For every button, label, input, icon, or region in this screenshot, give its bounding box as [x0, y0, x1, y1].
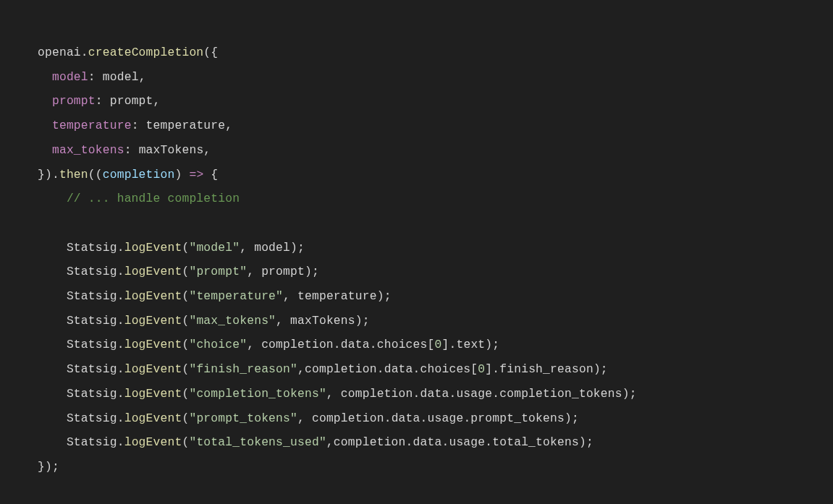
code-token-key: =>	[189, 168, 203, 181]
code-token-obj: prompt	[261, 265, 305, 278]
code-token-obj: Statsig	[67, 362, 117, 376]
code-token-string: "prompt_tokens"	[189, 411, 297, 425]
code-token-punct: );	[290, 241, 305, 255]
code-token-string: "total_tokens_used"	[189, 435, 326, 449]
code-line: Statsig.logEvent("choice", completion.da…	[38, 338, 499, 351]
code-token-punct: (	[182, 435, 189, 449]
code-token-punct: .	[117, 241, 124, 255]
code-token-string: "finish_reason"	[189, 362, 297, 376]
code-token-obj: completion	[305, 362, 377, 376]
code-token-obj: completion	[312, 411, 384, 425]
code-token-obj: usage	[428, 411, 464, 425]
code-token-func: createCompletion	[88, 46, 204, 59]
code-line: });	[38, 460, 59, 474]
code-token-obj: Statsig	[67, 338, 117, 351]
code-token-punct: .	[441, 435, 449, 449]
code-line: openai.createCompletion({	[38, 46, 218, 59]
code-token-punct: ,	[225, 119, 232, 132]
code-token-punct: (	[182, 314, 189, 328]
code-token-punct: .	[81, 46, 88, 59]
code-token-obj: maxTokens	[290, 314, 355, 328]
code-line: Statsig.logEvent("prompt_tokens", comple…	[38, 411, 579, 425]
code-token-punct: ,	[139, 70, 146, 84]
code-token-punct: });	[38, 460, 59, 474]
code-token-punct: ,	[326, 387, 341, 401]
code-token-obj: usage	[456, 387, 492, 401]
code-token-obj: completion_tokens	[499, 387, 622, 401]
code-token-obj: completion	[341, 387, 413, 401]
code-token-punct: .	[334, 338, 341, 351]
code-token-punct: );	[579, 435, 593, 449]
code-token-punct: .	[117, 387, 124, 401]
code-token-punct: :	[132, 119, 146, 132]
code-token-func: logEvent	[124, 362, 182, 376]
code-token-punct: ,	[283, 289, 297, 303]
code-token-obj: model	[254, 241, 290, 255]
code-token-key: prompt	[52, 94, 96, 108]
code-token-string: "temperature"	[189, 289, 283, 303]
code-token-punct: (	[182, 241, 189, 255]
code-token-obj: usage	[449, 435, 485, 449]
code-token-obj: Statsig	[67, 387, 117, 401]
code-token-punct: (	[182, 289, 189, 303]
code-line: Statsig.logEvent("total_tokens_used",com…	[38, 435, 593, 449]
code-token-punct: ,	[247, 265, 261, 278]
code-token-num: 0	[435, 338, 442, 351]
code-token-punct: {	[203, 168, 218, 181]
code-token-punct: ,	[297, 362, 305, 376]
code-line: model: model,	[38, 70, 146, 84]
code-token-obj: prompt	[110, 94, 153, 108]
code-token-punct: }).	[38, 168, 59, 181]
code-token-obj: choices	[377, 338, 428, 351]
code-token-string: "prompt"	[189, 265, 247, 278]
code-token-func: then	[59, 168, 88, 181]
code-token-key: model	[52, 70, 88, 84]
code-token-punct: .	[117, 411, 124, 425]
code-token-obj: Statsig	[67, 435, 117, 449]
code-token-punct: .	[420, 411, 428, 425]
code-line: Statsig.logEvent("max_tokens", maxTokens…	[38, 314, 370, 328]
code-token-punct: [	[470, 362, 478, 376]
code-block: openai.createCompletion({ model: model, …	[0, 0, 833, 479]
code-token-obj: Statsig	[67, 265, 117, 278]
code-token-num: 0	[478, 362, 485, 376]
code-token-punct: [	[428, 338, 435, 351]
code-token-punct: .	[384, 411, 392, 425]
code-line: temperature: temperature,	[38, 119, 232, 132]
code-token-punct: .	[413, 362, 420, 376]
code-token-punct: ,	[153, 94, 161, 108]
code-token-punct: .	[117, 338, 124, 351]
code-token-punct: .	[406, 435, 413, 449]
code-token-punct: )	[174, 168, 189, 181]
code-token-punct: .	[117, 265, 124, 278]
code-token-obj: text	[456, 338, 485, 351]
code-token-obj: temperature	[297, 289, 377, 303]
code-token-punct: (	[182, 387, 189, 401]
code-token-func: logEvent	[124, 241, 182, 255]
code-token-punct: (	[182, 411, 189, 425]
code-token-punct: ({	[203, 46, 218, 59]
code-token-func: logEvent	[124, 289, 182, 303]
code-token-obj: openai	[38, 46, 81, 59]
code-token-punct: .	[117, 314, 124, 328]
code-token-punct: );	[593, 362, 608, 376]
code-token-punct: .	[449, 387, 456, 401]
code-token-punct: );	[355, 314, 370, 328]
code-token-obj: prompt_tokens	[470, 411, 565, 425]
code-token-punct: (	[182, 265, 189, 278]
code-token-punct: :	[96, 94, 110, 108]
code-token-punct: .	[485, 435, 492, 449]
code-token-obj: data	[392, 411, 420, 425]
code-token-func: logEvent	[124, 314, 182, 328]
code-line: }).then((completion) => {	[38, 168, 218, 181]
code-line: Statsig.logEvent("model", model);	[38, 241, 305, 255]
code-token-punct: (	[182, 338, 189, 351]
code-token-obj: finish_reason	[499, 362, 593, 376]
code-token-punct: .	[117, 435, 124, 449]
code-token-punct: ,	[203, 143, 211, 157]
code-token-punct: ,	[240, 241, 254, 255]
code-token-punct: );	[622, 387, 637, 401]
code-token-string: "max_tokens"	[189, 314, 276, 328]
code-line: Statsig.logEvent("finish_reason",complet…	[38, 362, 608, 376]
code-token-punct: );	[565, 411, 579, 425]
